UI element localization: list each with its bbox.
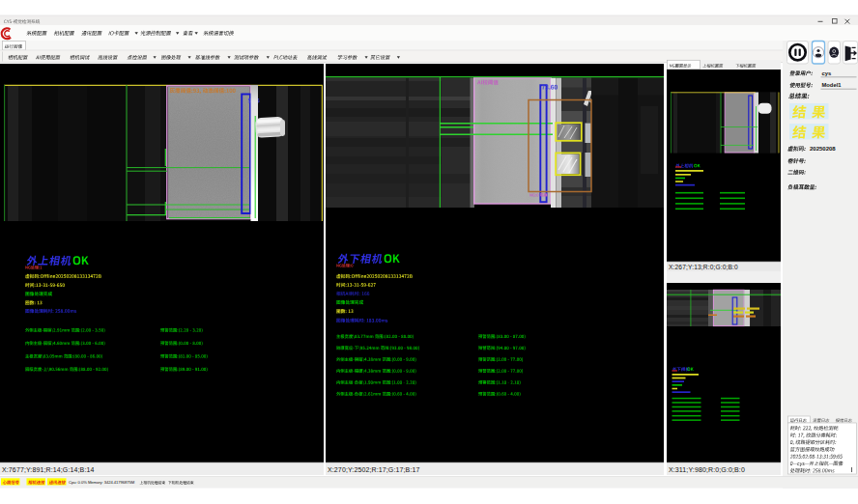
svg-text:Model1: Model1 xyxy=(822,82,843,88)
svg-text:X:270;Y:2502;R:17;G:17;B:17: X:270;Y:2502;R:17;G:17;B:17 xyxy=(328,466,419,473)
svg-text:X:267;Y:13;R:0;G:0;B:0: X:267;Y:13;R:0;G:0;B:0 xyxy=(669,264,738,270)
svg-text:Cpu: 0.0% Memory: 3424.4179687: Cpu: 0.0% Memory: 3424.41796875M xyxy=(69,480,135,485)
svg-text:20250208: 20250208 xyxy=(810,146,836,152)
svg-text:X:311;Y:980;R:0;G:0;B:0: X:311;Y:980;R:0;G:0;B:0 xyxy=(669,466,745,473)
svg-text:cys: cys xyxy=(822,70,832,76)
svg-text:X:7677;Y:891;R:14;G:14;B:14: X:7677;Y:891;R:14;G:14;B:14 xyxy=(2,466,94,473)
